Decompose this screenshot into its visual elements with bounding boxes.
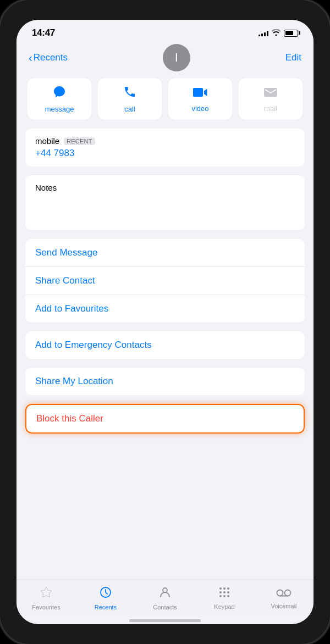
svg-point-11 [277,590,283,596]
emergency-contacts-item[interactable]: Add to Emergency Contacts [25,331,305,359]
signal-icon [258,30,268,36]
contact-actions-card: Send Message Share Contact Add to Favour… [25,239,305,323]
tab-recents[interactable]: Recents [89,586,122,610]
voicemail-icon [276,587,292,601]
send-message-item[interactable]: Send Message [25,239,305,267]
tab-favourites[interactable]: Favourites [30,586,63,610]
person-icon [158,586,172,602]
video-label: video [191,104,208,113]
location-card: Share My Location [25,368,305,395]
tab-contacts[interactable]: Contacts [148,586,182,610]
home-indicator [129,619,201,622]
voicemail-tab-label: Voicemail [271,603,296,609]
call-icon [123,85,136,102]
share-location-label: Share My Location [35,376,113,386]
keypad-icon [218,586,230,602]
svg-point-2 [219,587,222,590]
svg-point-10 [227,595,229,597]
call-button[interactable]: call [98,78,162,120]
add-to-favourites-item[interactable]: Add to Favourites [25,295,305,323]
add-to-favourites-label: Add to Favourites [35,303,108,314]
video-icon [193,86,208,101]
battery-icon [284,30,298,37]
emergency-contacts-card: Add to Emergency Contacts [25,331,305,359]
phone-frame: 14:47 [0,0,330,644]
mail-label: mail [264,104,277,113]
svg-point-9 [223,595,226,597]
status-bar: 14:47 [16,20,314,42]
svg-point-8 [219,595,222,597]
message-icon [52,85,67,102]
tab-voicemail[interactable]: Voicemail [267,587,300,609]
contacts-tab-label: Contacts [153,604,177,610]
back-button[interactable]: ‹ Recents [29,52,68,64]
mobile-label-row: mobile RECENT [35,136,295,146]
send-message-label: Send Message [35,247,97,258]
nav-bar: ‹ Recents I Edit [16,42,314,78]
tab-keypad[interactable]: Keypad [208,586,241,610]
avatar: I [163,44,190,71]
mail-icon [263,86,278,101]
edit-button[interactable]: Edit [285,52,301,63]
content-area: message call video [16,78,314,580]
clock-icon [99,586,112,602]
phone-screen: 14:47 [16,20,314,624]
wifi-icon [272,29,280,37]
mail-button[interactable]: mail [239,78,302,120]
notes-card: Notes [25,175,305,230]
recent-badge: RECENT [64,137,95,145]
back-chevron-icon: ‹ [29,52,32,64]
block-caller-item[interactable]: Block this Caller [26,405,304,432]
back-label: Recents [34,52,68,63]
action-buttons-row: message call video [25,78,305,120]
avatar-initial: I [175,51,178,65]
message-label: message [45,105,74,113]
mobile-label-text: mobile [35,136,59,146]
favourites-tab-label: Favourites [32,604,60,610]
video-button[interactable]: video [168,78,232,120]
message-button[interactable]: message [28,78,91,120]
svg-point-7 [227,591,229,593]
call-label: call [124,105,135,113]
phone-info-card: mobile RECENT +44 7983 [25,129,305,166]
svg-point-5 [219,591,222,593]
svg-point-3 [223,587,226,590]
block-caller-card: Block this Caller [25,404,305,434]
svg-point-4 [227,587,229,590]
edit-label: Edit [285,52,301,63]
svg-point-12 [285,590,291,596]
svg-point-1 [163,588,167,592]
share-contact-item[interactable]: Share Contact [25,267,305,295]
status-time: 14:47 [32,27,55,38]
notes-label: Notes [35,183,57,192]
status-icons [258,29,298,37]
tab-bar: Favourites Recents Conta [16,580,314,615]
keypad-tab-label: Keypad [214,603,234,610]
star-icon [40,586,53,602]
block-caller-label: Block this Caller [36,413,103,424]
share-location-item[interactable]: Share My Location [25,368,305,395]
phone-number[interactable]: +44 7983 [35,148,74,158]
svg-point-6 [223,591,226,593]
emergency-contacts-label: Add to Emergency Contacts [35,340,152,350]
recents-tab-label: Recents [95,604,117,610]
share-contact-label: Share Contact [35,275,95,286]
